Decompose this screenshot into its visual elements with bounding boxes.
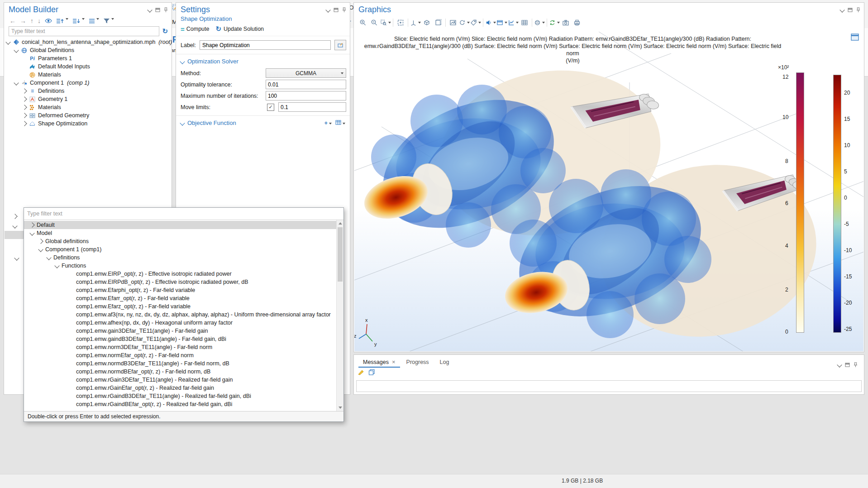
rename-icon[interactable] bbox=[334, 40, 346, 50]
close-icon[interactable]: × bbox=[392, 359, 396, 365]
function-item[interactable]: comp1.emw.normEfar_opt(r, z) - Far-field… bbox=[24, 351, 343, 359]
tab-progress[interactable]: Progress bbox=[402, 357, 434, 368]
function-item[interactable]: comp1.emw.normdB3DEfar_TE11(angle) - Far… bbox=[24, 359, 343, 368]
tab-log[interactable]: Log bbox=[435, 357, 454, 368]
move-up-button[interactable]: ↑ bbox=[30, 17, 33, 24]
forward-button[interactable]: → bbox=[20, 17, 26, 24]
tree-item-root[interactable]: conical_horn_lens_antenna_shape_optimiza… bbox=[4, 38, 172, 46]
function-item[interactable]: comp1.emw.Efarphi_opt(r, z) - Far-field … bbox=[24, 286, 343, 294]
panel-pin-icon[interactable] bbox=[342, 7, 346, 13]
model-builder-filter-input[interactable] bbox=[9, 26, 159, 36]
filter-icon[interactable] bbox=[103, 18, 114, 24]
rotate-view-button[interactable] bbox=[459, 17, 470, 28]
expression-group-default[interactable]: Default bbox=[24, 221, 343, 229]
camera-button[interactable] bbox=[560, 17, 571, 28]
tree-item-materials-global[interactable]: Materials bbox=[4, 71, 172, 79]
panel-collapse-icon[interactable] bbox=[837, 362, 842, 367]
move-down-button[interactable]: ↓ bbox=[38, 17, 41, 24]
tree-item-definitions[interactable]: ≡Definitions bbox=[4, 87, 172, 95]
tree-item-materials-comp[interactable]: Materials bbox=[4, 103, 172, 111]
hidden-tree-expander[interactable] bbox=[12, 214, 17, 219]
panel-float-icon[interactable] bbox=[848, 8, 853, 12]
messages-content[interactable] bbox=[356, 380, 862, 392]
image-snapshot-button[interactable] bbox=[448, 17, 458, 28]
function-item[interactable]: comp1.emw.rGainEfar_opt(r, z) - Realized… bbox=[24, 384, 343, 392]
function-item[interactable]: comp1.emw.gain3DEfar_TE11(angle) - Far-f… bbox=[24, 327, 343, 335]
zoom-box-button[interactable] bbox=[380, 17, 391, 28]
clear-messages-icon[interactable] bbox=[358, 369, 365, 377]
popup-scrollbar[interactable] bbox=[336, 220, 343, 411]
add-objective-icon[interactable]: + bbox=[324, 120, 332, 126]
label-input[interactable] bbox=[200, 40, 331, 50]
function-item[interactable]: comp1.emw.norm3DEfar_TE11(angle) - Far-f… bbox=[24, 343, 343, 351]
zoom-in-button[interactable] bbox=[358, 17, 368, 28]
sync-view-button[interactable] bbox=[549, 17, 560, 28]
tree-item-default-model-inputs[interactable]: Default Model Inputs bbox=[4, 62, 172, 71]
expression-group-functions[interactable]: Functions bbox=[24, 262, 343, 270]
expression-group-definitions[interactable]: Definitions bbox=[24, 254, 343, 262]
expand-all-icon[interactable] bbox=[72, 18, 85, 24]
graphics-viewport[interactable]: Slice: Electric field norm (V/m) Slice: … bbox=[354, 32, 863, 351]
default-view-button[interactable] bbox=[421, 17, 432, 28]
panel-float-icon[interactable] bbox=[845, 363, 850, 367]
function-item[interactable]: comp1.emw.af3(nx, ny, nz, dx, dy, dz, al… bbox=[24, 311, 343, 319]
hidden-tree-expander[interactable] bbox=[14, 255, 19, 260]
tree-item-deformed-geometry[interactable]: Deformed Geometry bbox=[4, 111, 172, 120]
plot-quick-settings-icon[interactable] bbox=[851, 33, 859, 42]
refresh-icon[interactable]: ↻ bbox=[162, 27, 168, 35]
orthographic-view-button[interactable] bbox=[433, 17, 444, 28]
section-optimization-solver[interactable]: Optimization Solver bbox=[176, 54, 350, 67]
expression-group-global-definitions[interactable]: Global definitions bbox=[24, 237, 343, 245]
tree-item-shape-optimization[interactable]: Shape Optimization bbox=[4, 120, 172, 128]
function-item[interactable]: comp1.emw.Efarr_opt(r, z) - Far-field va… bbox=[24, 294, 343, 302]
show-icon[interactable] bbox=[45, 18, 52, 24]
environment-button[interactable] bbox=[534, 17, 545, 28]
panel-float-icon[interactable] bbox=[334, 8, 339, 12]
method-dropdown[interactable]: GCMMA bbox=[266, 68, 346, 78]
plot-settings-button[interactable] bbox=[508, 17, 519, 28]
tree-item-geometry1[interactable]: Geometry 1 bbox=[4, 95, 172, 103]
copy-messages-icon[interactable] bbox=[368, 369, 375, 377]
max-iterations-input[interactable] bbox=[266, 91, 346, 100]
view-orientation-button[interactable] bbox=[410, 17, 421, 28]
expression-group-component1[interactable]: Component 1 (comp1) bbox=[24, 245, 343, 254]
function-item[interactable]: comp1.emw.rGaindBEfar_opt(r, z) - Realiz… bbox=[24, 400, 343, 408]
update-solution-button[interactable]: ↻Update Solution bbox=[216, 25, 264, 33]
panel-pin-icon[interactable] bbox=[854, 362, 858, 368]
window-select-button[interactable] bbox=[496, 17, 507, 28]
panel-collapse-icon[interactable] bbox=[839, 7, 844, 12]
zoom-extents-button[interactable] bbox=[395, 17, 406, 28]
tree-item-component1[interactable]: Component 1(comp 1) bbox=[4, 79, 172, 87]
zoom-out-button[interactable] bbox=[369, 17, 380, 28]
move-limits-checkbox[interactable]: ✓ bbox=[267, 104, 274, 111]
function-item[interactable]: comp1.emw.EIRPdB_opt(r, z) - Effective i… bbox=[24, 278, 343, 286]
settings-compute-button[interactable]: =Compute bbox=[181, 25, 210, 33]
panel-pin-icon[interactable] bbox=[164, 7, 168, 13]
function-item[interactable]: comp1.emw.gaindB3DEfar_TE11(angle) - Far… bbox=[24, 335, 343, 343]
optimality-tolerance-input[interactable] bbox=[266, 80, 346, 89]
selection-mode-button[interactable] bbox=[485, 17, 496, 28]
expression-filter-input[interactable] bbox=[24, 208, 343, 220]
tab-messages[interactable]: Messages× bbox=[358, 357, 400, 368]
panel-float-icon[interactable] bbox=[155, 8, 160, 12]
load-objective-icon[interactable] bbox=[335, 120, 345, 126]
move-limits-input[interactable] bbox=[278, 102, 346, 112]
expression-group-model[interactable]: Model bbox=[24, 229, 343, 237]
function-item[interactable]: comp1.emw.rGaindB3DEfar_TE11(angle) - Re… bbox=[24, 392, 343, 400]
panel-pin-icon[interactable] bbox=[856, 7, 860, 13]
collapse-all-icon[interactable] bbox=[56, 18, 68, 24]
print-button[interactable] bbox=[572, 17, 582, 28]
back-button[interactable]: ← bbox=[10, 17, 16, 24]
function-item[interactable]: comp1.emw.normdBEfar_opt(r, z) - Far-fie… bbox=[24, 368, 343, 376]
function-item[interactable]: comp1.emw.EIRP_opt(r, z) - Effective iso… bbox=[24, 270, 343, 278]
function-item[interactable]: comp1.emw.afhex(np, dx, dy) - Hexagonal … bbox=[24, 319, 343, 327]
hidden-tree-expander[interactable] bbox=[12, 223, 17, 228]
function-item[interactable]: comp1.emw.rGain3DEfar_TE11(angle) - Real… bbox=[24, 376, 343, 384]
scene-labels-button[interactable] bbox=[470, 17, 481, 28]
tree-item-parameters[interactable]: PiParameters 1 bbox=[4, 54, 172, 62]
table-button[interactable] bbox=[519, 17, 530, 28]
function-item[interactable]: comp1.emw.Efarz_opt(r, z) - Far-field va… bbox=[24, 302, 343, 311]
panel-collapse-icon[interactable] bbox=[147, 7, 152, 12]
section-objective-function[interactable]: Objective Function + bbox=[176, 115, 350, 129]
node-view-icon[interactable] bbox=[89, 18, 99, 24]
